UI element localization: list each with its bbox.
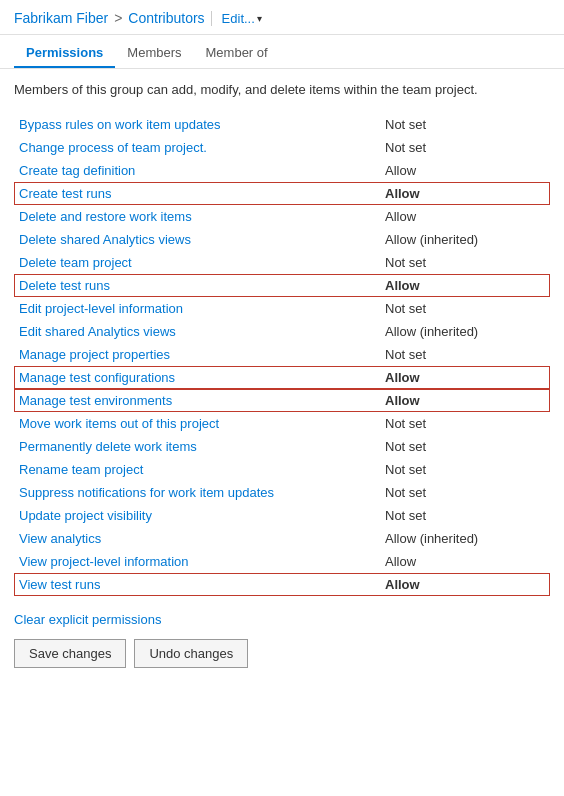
chevron-down-icon: ▾: [257, 13, 262, 24]
permission-name[interactable]: View test runs: [19, 577, 385, 592]
undo-button[interactable]: Undo changes: [134, 639, 248, 668]
breadcrumb-group[interactable]: Contributors: [128, 10, 204, 26]
permission-name[interactable]: Manage test environments: [19, 393, 385, 408]
permission-value: Not set: [385, 301, 545, 316]
permission-name[interactable]: Edit shared Analytics views: [19, 324, 385, 339]
table-row: Manage test configurationsAllow: [14, 366, 550, 389]
tab-bar: Permissions Members Member of: [0, 37, 564, 69]
tab-members[interactable]: Members: [115, 37, 193, 68]
permission-name[interactable]: View analytics: [19, 531, 385, 546]
tab-permissions[interactable]: Permissions: [14, 37, 115, 68]
table-row: Delete and restore work itemsAllow: [14, 205, 550, 228]
table-row: Delete team projectNot set: [14, 251, 550, 274]
permission-name[interactable]: Change process of team project.: [19, 140, 385, 155]
table-row: View project-level informationAllow: [14, 550, 550, 573]
save-button[interactable]: Save changes: [14, 639, 126, 668]
permission-value: Not set: [385, 485, 545, 500]
main-content: Members of this group can add, modify, a…: [0, 69, 564, 680]
edit-dropdown[interactable]: Edit... ▾: [211, 11, 262, 26]
permission-value: Allow: [385, 209, 545, 224]
breadcrumb-project[interactable]: Fabrikam Fiber: [14, 10, 108, 26]
table-row: Manage test environmentsAllow: [14, 389, 550, 412]
permission-value: Not set: [385, 439, 545, 454]
permission-value: Not set: [385, 255, 545, 270]
table-row: Bypass rules on work item updatesNot set: [14, 113, 550, 136]
permission-value: Allow: [385, 186, 545, 201]
permission-value: Allow: [385, 163, 545, 178]
permission-name[interactable]: Delete test runs: [19, 278, 385, 293]
clear-permissions-link[interactable]: Clear explicit permissions: [14, 612, 550, 627]
tab-member-of[interactable]: Member of: [194, 37, 280, 68]
permission-name[interactable]: Update project visibility: [19, 508, 385, 523]
permission-name[interactable]: Create test runs: [19, 186, 385, 201]
permission-name[interactable]: Rename team project: [19, 462, 385, 477]
permission-value: Allow (inherited): [385, 531, 545, 546]
permission-name[interactable]: Delete and restore work items: [19, 209, 385, 224]
permission-value: Allow (inherited): [385, 232, 545, 247]
permission-value: Allow (inherited): [385, 324, 545, 339]
header: Fabrikam Fiber > Contributors Edit... ▾: [0, 0, 564, 35]
table-row: Manage project propertiesNot set: [14, 343, 550, 366]
permission-name[interactable]: Edit project-level information: [19, 301, 385, 316]
breadcrumb-separator: >: [114, 10, 122, 26]
table-row: Edit shared Analytics viewsAllow (inheri…: [14, 320, 550, 343]
permission-name[interactable]: Delete team project: [19, 255, 385, 270]
permission-value: Not set: [385, 416, 545, 431]
permission-value: Allow: [385, 554, 545, 569]
permission-name[interactable]: View project-level information: [19, 554, 385, 569]
table-row: View analyticsAllow (inherited): [14, 527, 550, 550]
table-row: View test runsAllow: [14, 573, 550, 596]
edit-label: Edit...: [222, 11, 255, 26]
permission-value: Allow: [385, 393, 545, 408]
permission-value: Not set: [385, 462, 545, 477]
permission-value: Not set: [385, 508, 545, 523]
permission-value: Not set: [385, 347, 545, 362]
permission-value: Not set: [385, 117, 545, 132]
table-row: Delete test runsAllow: [14, 274, 550, 297]
permission-value: Allow: [385, 577, 545, 592]
permission-value: Allow: [385, 278, 545, 293]
permission-name[interactable]: Delete shared Analytics views: [19, 232, 385, 247]
table-row: Edit project-level informationNot set: [14, 297, 550, 320]
action-buttons: Save changes Undo changes: [14, 639, 550, 668]
permission-name[interactable]: Create tag definition: [19, 163, 385, 178]
table-row: Create test runsAllow: [14, 182, 550, 205]
group-description: Members of this group can add, modify, a…: [14, 81, 550, 99]
table-row: Change process of team project.Not set: [14, 136, 550, 159]
table-row: Suppress notifications for work item upd…: [14, 481, 550, 504]
table-row: Update project visibilityNot set: [14, 504, 550, 527]
permission-value: Not set: [385, 140, 545, 155]
permission-name[interactable]: Manage project properties: [19, 347, 385, 362]
permission-name[interactable]: Permanently delete work items: [19, 439, 385, 454]
table-row: Create tag definitionAllow: [14, 159, 550, 182]
permission-value: Allow: [385, 370, 545, 385]
permission-name[interactable]: Manage test configurations: [19, 370, 385, 385]
permission-name[interactable]: Suppress notifications for work item upd…: [19, 485, 385, 500]
permission-name[interactable]: Bypass rules on work item updates: [19, 117, 385, 132]
table-row: Rename team projectNot set: [14, 458, 550, 481]
permissions-table: Bypass rules on work item updatesNot set…: [14, 113, 550, 596]
table-row: Permanently delete work itemsNot set: [14, 435, 550, 458]
permission-name[interactable]: Move work items out of this project: [19, 416, 385, 431]
table-row: Delete shared Analytics viewsAllow (inhe…: [14, 228, 550, 251]
table-row: Move work items out of this projectNot s…: [14, 412, 550, 435]
